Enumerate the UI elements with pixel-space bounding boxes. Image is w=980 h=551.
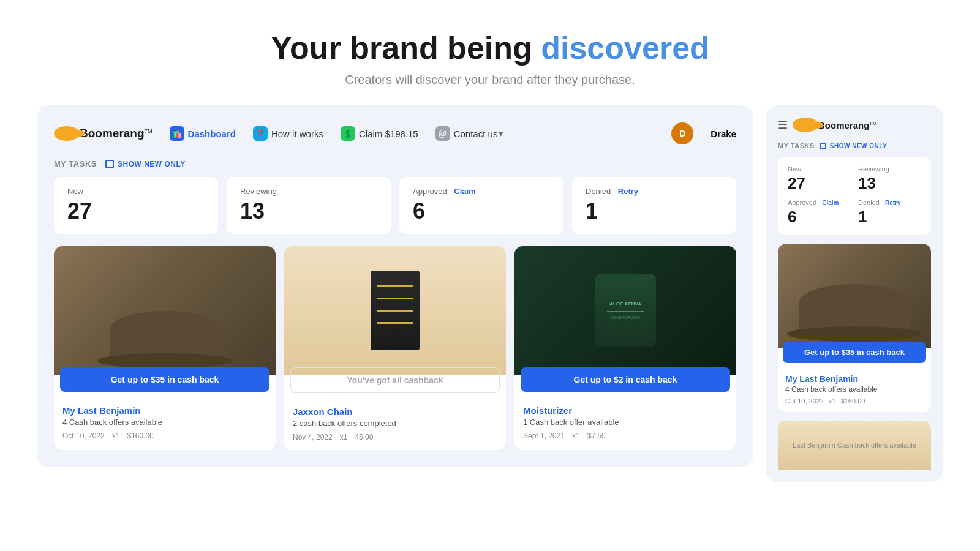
hero-title-prefix: Your brand being [271,30,541,66]
side-product-card-partial: Last Benjamin Cash back offers available [778,421,931,470]
products-row: Get up to $35 in cash back My Last Benja… [54,246,736,450]
side-product-qty-hat: x1 [829,397,836,405]
nav-bar: BoomerangTM 🛍️ Dashboard ❓ How it works … [54,122,736,144]
avatar[interactable]: D [671,122,693,144]
stat-label-denied: Denied Retry [586,187,723,196]
side-stats-row-2: Approved Claim 6 Denied Retry 1 [788,199,921,227]
side-stat-reviewing: Reviewing 13 [858,165,921,193]
nav-how-it-works-label: How it works [271,129,323,139]
main-container: BoomerangTM 🛍️ Dashboard ❓ How it works … [0,105,980,506]
stat-card-reviewing: Reviewing 13 [227,177,391,234]
claim-icon: 💲 [341,126,355,141]
side-product-card-hat: Get up to $35 in cash back My Last Benja… [778,244,931,412]
product-info-necklace: Jaxxon Chain 2 cash back offers complete… [284,393,506,450]
side-product-image-hat [778,244,931,348]
product-meta-necklace: Nov 4, 2022 x1 45.00 [293,433,497,441]
show-new-only-toggle[interactable]: SHOW NEW ONLY [105,160,186,168]
side-stat-value-reviewing: 13 [858,174,921,193]
product-offers-cream: 1 Cash back offer available [523,418,728,427]
side-logo-row: ☰ BoomerangTM [778,118,931,132]
menu-icon[interactable]: ☰ [778,118,788,132]
product-cta-necklace[interactable]: You've got all cashback [290,367,500,393]
logo[interactable]: BoomerangTM [54,126,153,141]
tasks-label: MY TASKS [54,159,97,168]
product-offers-necklace: 2 cash back offers completed [293,419,497,428]
product-date-cream: Sept 1, 2021 [523,432,565,440]
stat-value-new: 27 [67,198,205,224]
side-claim-link[interactable]: Claim [822,200,839,206]
product-name-cream[interactable]: Moisturizer [523,405,728,416]
product-info-hat: My Last Benjamin 4 Cash back offers avai… [54,392,276,449]
nav-how-it-works[interactable]: ❓ How it works [253,126,323,141]
show-new-only-label: SHOW NEW ONLY [118,160,186,168]
product-image-hat [54,246,276,375]
tasks-header: MY TASKS SHOW NEW ONLY [54,159,736,168]
side-tasks-header: MY TASKS SHOW NEW ONLY [778,142,931,149]
product-cta-cream[interactable]: Get up to $2 in cash back [521,367,730,392]
nav-contact-label: Contact us [454,129,498,139]
hero-section: Your brand being discovered Creators wil… [0,0,980,105]
nav-dashboard[interactable]: 🛍️ Dashboard [170,126,236,141]
product-meta-hat: Oct 10, 2022 x1 $160.00 [62,432,267,440]
side-checkbox-icon[interactable] [820,143,826,149]
product-card-hat: Get up to $35 in cash back My Last Benja… [54,246,276,450]
side-product-offers-hat: 4 Cash back offers available [785,385,924,394]
side-product-info-hat: My Last Benjamin 4 Cash back offers avai… [778,363,931,412]
side-retry-link[interactable]: Retry [885,200,901,206]
side-show-new-only-toggle[interactable]: SHOW NEW ONLY [820,143,887,149]
stat-card-approved: Approved Claim 6 [399,177,564,234]
stats-row: New 27 Reviewing 13 Approved Claim 6 Den [54,177,736,234]
nav-contact[interactable]: @ Contact us ▾ [435,126,504,141]
side-stats-row-1: New 27 Reviewing 13 [788,165,921,193]
logo-text: BoomerangTM [80,127,153,140]
checkbox-icon[interactable] [105,160,114,168]
product-name-necklace[interactable]: Jaxxon Chain [293,407,497,417]
logo-icon [54,126,80,141]
product-name-hat[interactable]: My Last Benjamin [62,405,267,416]
side-logo-text: BoomerangTM [818,120,876,130]
side-product-image-partial: Last Benjamin Cash back offers available [778,421,931,470]
side-show-new-only-label: SHOW NEW ONLY [830,143,887,149]
product-price-hat: $160.00 [127,432,153,440]
product-cta-hat[interactable]: Get up to $35 in cash back [60,367,270,392]
product-offers-hat: 4 Cash back offers available [62,418,267,427]
side-stat-value-denied: 1 [858,208,921,227]
dashboard-card: BoomerangTM 🛍️ Dashboard ❓ How it works … [37,105,753,467]
product-date-hat: Oct 10, 2022 [62,432,105,440]
nav-claim[interactable]: 💲 Claim $198.15 [341,126,418,141]
product-qty-necklace: x1 [340,433,348,441]
nav-dashboard-label: Dashboard [188,129,236,139]
side-product-price-hat: $160.00 [841,397,865,405]
side-stat-approved: Approved Claim 6 [788,199,851,227]
side-panel: ☰ BoomerangTM MY TASKS SHOW NEW ONLY New [766,105,943,482]
side-product-name-hat[interactable]: My Last Benjamin [785,374,924,384]
product-qty-hat: x1 [112,432,120,440]
stat-label-approved: Approved Claim [413,187,550,196]
dashboard-icon: 🛍️ [170,126,184,141]
product-info-cream: Moisturizer 1 Cash back offer available … [514,392,736,449]
side-logo[interactable]: BoomerangTM [793,118,876,132]
side-stat-label-new: New [788,165,851,173]
side-product-meta-hat: Oct 10, 2022 x1 $160.00 [785,397,924,405]
side-stat-label-approved: Approved Claim [788,199,851,206]
product-qty-cream: x1 [572,432,580,440]
contact-icon: @ [435,126,450,141]
stat-value-approved: 6 [413,198,550,224]
how-it-works-icon: ❓ [253,126,268,141]
nav-claim-label: Claim $198.15 [359,129,418,139]
side-stat-new: New 27 [788,165,851,193]
stat-label-new: New [67,187,205,196]
product-card-necklace: You've got all cashback Jaxxon Chain 2 c… [284,246,506,450]
side-product-cta-hat[interactable]: Get up to $35 in cash back [783,342,926,363]
side-stat-denied: Denied Retry 1 [858,199,921,227]
product-image-cream: ALOE ATTIVA MOISTURIZER [514,246,736,375]
stat-card-denied: Denied Retry 1 [572,177,736,234]
side-stat-value-new: 27 [788,174,851,193]
side-stat-label-denied: Denied Retry [858,199,921,206]
retry-action-link[interactable]: Retry [618,187,638,196]
side-product-date-hat: Oct 10, 2022 [785,397,824,405]
product-price-cream: $7.50 [587,432,606,440]
claim-action-link[interactable]: Claim [454,187,475,196]
side-stat-label-reviewing: Reviewing [858,165,921,173]
product-meta-cream: Sept 1, 2021 x1 $7.50 [523,432,728,440]
